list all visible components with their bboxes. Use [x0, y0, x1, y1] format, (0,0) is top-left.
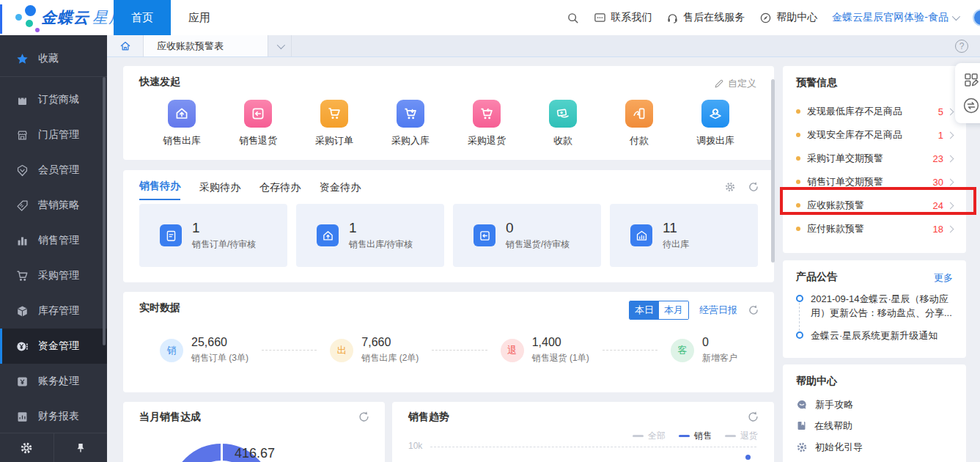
sidebar-item-inventory-management[interactable]: 库存管理 — [0, 293, 107, 329]
quick-action-make-payment[interactable]: 付款 — [603, 100, 676, 147]
legend-all[interactable]: 全部 — [633, 430, 666, 442]
sidebar-item-accounting[interactable]: 账务处理 — [0, 364, 107, 399]
customize-button[interactable]: 自定义 — [714, 77, 756, 90]
help-item-init-guide[interactable]: 初始化引导 — [796, 436, 953, 458]
sidebar-item-store-management[interactable]: 门店管理 — [0, 117, 107, 153]
tab-funds-todo[interactable]: 资金待办 — [320, 181, 361, 200]
main-scrollbar[interactable] — [771, 79, 775, 263]
question-icon[interactable]: ? — [955, 40, 968, 53]
sidebar-scrollbar[interactable] — [103, 77, 106, 345]
todo-card-pending-outbound[interactable]: 11 待出库 — [610, 204, 758, 267]
account-dropdown[interactable]: 金蝶云星辰官网体验-食品 — [832, 11, 958, 24]
refresh-icon[interactable] — [748, 181, 759, 193]
announcement-item[interactable]: 2021-09-14金蝶云·星辰（移动应用）更新公告：移动盘点、分享... — [796, 293, 953, 320]
help-item-online-help[interactable]: 在线帮助 — [796, 415, 953, 436]
sidebar-item-purchase-management[interactable]: 采购管理 — [0, 258, 107, 293]
alerts-panel: 预警信息 发现最低库存不足商品 5 发现安全库存不足商品 1 采购订单交期预警 … — [783, 66, 966, 253]
quick-action-receive-payment[interactable]: 收款 — [526, 100, 600, 147]
todo-card-sales-order[interactable]: 1 销售订单/待审核 — [139, 204, 287, 267]
help-center-link[interactable]: 帮助中心 — [759, 11, 817, 24]
tab-sales-todo[interactable]: 销售待办 — [139, 180, 180, 200]
box-return-icon — [474, 224, 495, 246]
donut-gauge-notch — [221, 444, 223, 461]
legend-returns[interactable]: 退货 — [725, 430, 758, 442]
quick-actions-row: 销售出库 销售退货 采购订单 采购入库 采购退货 收款 — [145, 100, 752, 147]
sidebar-item-marketing-strategy[interactable]: 营销策略 — [0, 188, 107, 223]
report-icon — [16, 411, 29, 423]
todo-count: 1 — [192, 220, 256, 236]
bullet-dot — [796, 180, 800, 184]
tab-dropdown-button[interactable] — [268, 35, 292, 56]
alert-low-stock[interactable]: 发现最低库存不足商品 5 — [796, 100, 953, 123]
refresh-icon[interactable] — [358, 411, 370, 423]
quick-action-sales-return[interactable]: 销售退货 — [221, 100, 295, 147]
tab-receivable-alert-report[interactable]: 应收账款预警表 — [144, 35, 268, 56]
alert-sales-order-due[interactable]: 销售订单交期预警 30 — [796, 170, 953, 194]
toggle-today[interactable]: 本日 — [630, 301, 659, 319]
timeline-connector — [799, 303, 800, 331]
toggle-this-month[interactable]: 本月 — [659, 301, 688, 319]
pencil-icon — [714, 78, 724, 89]
todo-count: 11 — [663, 220, 689, 236]
tab-purchase-todo[interactable]: 采购待办 — [199, 181, 240, 200]
announcement-list: 2021-09-14金蝶云·星辰（移动应用）更新公告：移动盘点、分享... 金蝶… — [796, 293, 953, 343]
box-return-icon — [244, 100, 272, 128]
sidebar-item-financial-reports[interactable]: 财务报表 — [0, 399, 107, 434]
sidebar-item-order-mall[interactable]: 订货商城 — [0, 82, 107, 117]
home-tab-button[interactable] — [107, 35, 144, 56]
alert-accounts-payable[interactable]: 应付账款预警 18 — [796, 217, 953, 241]
quick-action-transfer-outbound[interactable]: 调拨出库 — [679, 100, 752, 147]
chevron-right-icon — [947, 202, 954, 209]
help-item-beginner-guide[interactable]: 新手攻略 — [796, 394, 953, 415]
quick-action-purchase-inbound[interactable]: 采购入库 — [374, 100, 447, 147]
alert-accounts-receivable[interactable]: 应收账款预警 24 — [796, 194, 953, 217]
refresh-icon[interactable] — [748, 304, 759, 316]
cart-return-icon — [473, 100, 501, 128]
after-sales-service-link[interactable]: 售后在线服务 — [666, 11, 745, 24]
settings-gear-icon[interactable] — [0, 433, 54, 462]
sidebar-item-member-management[interactable]: 会员管理 — [0, 153, 107, 188]
legend-sales[interactable]: 销售 — [679, 430, 712, 442]
alert-count: 23 — [933, 153, 943, 164]
sidebar-item-sales-management[interactable]: 销售管理 — [0, 223, 107, 258]
dashboard-edit-icon[interactable] — [963, 72, 979, 88]
document-tabstrip: 应收账款预警表 ? — [107, 35, 980, 57]
contact-us-link[interactable]: 联系我们 — [594, 11, 652, 24]
business-daily-link[interactable]: 经营日报 — [699, 304, 737, 317]
sidebar-item-funds-management[interactable]: 资金管理 — [0, 329, 107, 364]
floating-tools-panel — [955, 63, 980, 123]
todo-card-sales-outbound[interactable]: 1 销售出库/待审核 — [296, 204, 444, 267]
more-link[interactable]: 更多 — [934, 271, 953, 285]
gear-icon[interactable] — [724, 181, 736, 193]
stat-sales-orders: 销 25,660 销售订单 (3单) — [160, 336, 248, 364]
stat-label: 销售订单 (3单) — [191, 352, 248, 364]
stat-label: 销售退货 (1单) — [532, 352, 589, 364]
stat-sales-returns: 退 1,400 销售退货 (1单) — [501, 336, 589, 364]
switch-accounts-icon[interactable] — [962, 97, 980, 114]
stat-value: 0 — [702, 336, 737, 349]
tab-warehouse-todo[interactable]: 仓存待办 — [259, 181, 301, 200]
trend-legend: 全部 销售 退货 — [633, 430, 758, 442]
todo-card-sales-return[interactable]: 0 销售退货/待审核 — [453, 204, 601, 267]
top-tab-apps[interactable]: 应用 — [171, 0, 228, 35]
sidebar-item-favorites[interactable]: 收藏 — [0, 41, 107, 76]
announcement-item[interactable]: 金蝶云·星辰系统更新升级通知 — [796, 329, 953, 343]
alert-purchase-order-due[interactable]: 采购订单交期预警 23 — [796, 147, 953, 170]
todo-label: 销售订单/待审核 — [192, 238, 256, 251]
top-tab-home[interactable]: 首页 — [114, 0, 171, 35]
todo-label: 待出库 — [663, 238, 689, 251]
quick-action-sales-outbound[interactable]: 销售出库 — [145, 100, 218, 147]
pin-icon[interactable] — [54, 433, 108, 462]
main-content: 快速发起 自定义 销售出库 销售退货 采购订单 采购入库 — [107, 57, 980, 462]
monthly-sales-panel: 当月销售达成 416.67 — [123, 402, 385, 462]
alert-safety-stock[interactable]: 发现安全库存不足商品 1 — [796, 123, 953, 147]
realtime-stats-row: 销 25,660 销售订单 (3单) 出 7,660 销售出库 (2单) 退 1… — [160, 336, 737, 364]
panel-title: 帮助中心 — [796, 375, 953, 388]
top-bar: 金蝶云星辰 首页 应用 联系我们 售后在线服务 帮助中心 金蝶云星辰官网体验-食… — [0, 0, 980, 35]
quick-action-purchase-order[interactable]: 采购订单 — [298, 100, 371, 147]
refresh-icon[interactable] — [747, 411, 759, 423]
avatar[interactable] — [973, 9, 980, 26]
help-item-business-flow[interactable]: 业务流程图 — [796, 458, 953, 462]
search-icon[interactable] — [567, 12, 579, 24]
quick-action-purchase-return[interactable]: 采购退货 — [450, 100, 523, 147]
